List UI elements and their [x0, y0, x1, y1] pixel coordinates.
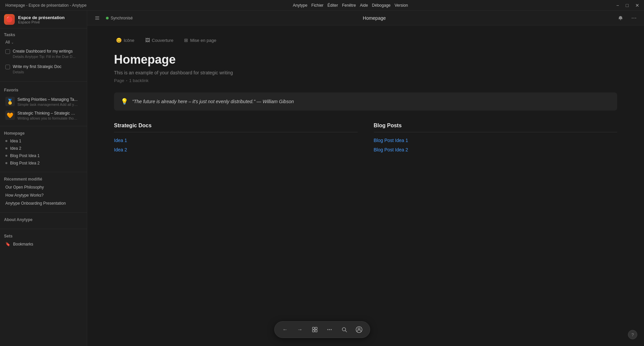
fav-title-1: Setting Priorities – Managing Ta...	[17, 97, 78, 102]
tasks-filter[interactable]: All ⌄	[4, 40, 83, 45]
strategic-docs-title: Strategic Docs	[114, 123, 358, 132]
menu-fichier[interactable]: Fichier	[311, 3, 324, 8]
main-area: Synchronisé Homepage ⋯ 😊	[87, 11, 644, 346]
divider-2	[0, 126, 87, 126]
sidebar-item-blogpost2[interactable]: Blog Post Idea 2	[4, 160, 83, 166]
fav-detail-2: Writing allows you to formulate thou...	[17, 116, 78, 120]
bookmarks-label: Bookmarks	[13, 242, 33, 247]
menu-fenetre[interactable]: Fenêtre	[342, 3, 356, 8]
bookmarks-icon: 🔖	[5, 242, 10, 247]
task-item-2[interactable]: Write my first Strategic Doc Details	[4, 63, 83, 76]
workspace-icon: 🔴	[4, 14, 15, 25]
sync-label: Synchronisé	[111, 16, 133, 20]
page-subtitle: This is an example of your dashboard for…	[114, 70, 617, 75]
toolbar-more-button[interactable]: ⋯	[629, 13, 639, 23]
svg-rect-4	[315, 327, 317, 329]
nav-back-button[interactable]: ←	[279, 324, 291, 336]
svg-point-13	[358, 328, 360, 330]
quote-block: 💡 "The future is already here – it's jus…	[114, 92, 617, 111]
blog-posts-item-1[interactable]: Blog Post Idea 1	[374, 136, 618, 145]
emoji-icon: 😊	[116, 38, 122, 43]
svg-rect-1	[95, 18, 99, 18]
help-button[interactable]: ?	[628, 330, 637, 339]
sets-section: Sets 🔖 Bookmarks	[0, 231, 87, 251]
minimize-button[interactable]: −	[614, 2, 621, 8]
divider-1	[0, 81, 87, 82]
toolbar-bell-button[interactable]	[616, 13, 625, 23]
meta-backlink[interactable]: 1 backlink	[129, 78, 149, 83]
task-content-2: Write my first Strategic Doc Details	[13, 64, 81, 75]
titlebar-title: Homepage - Espce de présentation - Anyty…	[5, 3, 86, 8]
menu-button[interactable]	[324, 324, 336, 336]
close-button[interactable]: ✕	[633, 2, 641, 8]
recently-modified-section: Récemment modifié Our Open Philosophy Ho…	[0, 174, 87, 210]
about-section: About Anytype	[0, 215, 87, 227]
menu-debogage[interactable]: Débogage	[372, 3, 391, 8]
layout-icon: ⊞	[184, 38, 188, 43]
menu-version[interactable]: Version	[395, 3, 408, 8]
restore-button[interactable]: □	[624, 2, 631, 8]
svg-rect-3	[312, 327, 314, 329]
page-meta: Page • 1 backlink	[114, 78, 617, 83]
svg-rect-6	[315, 330, 317, 332]
recent-item-1[interactable]: Our Open Philosophy	[4, 184, 83, 191]
workspace-info: Espce de présentation Espace Privé	[18, 15, 83, 24]
tasks-title: Tasks	[4, 32, 83, 37]
meta-page-label: Page	[114, 78, 124, 83]
profile-button[interactable]	[353, 324, 365, 336]
task-content-1: Create Dashboard for my writings Details…	[13, 49, 81, 59]
menu-anytype[interactable]: Anytype	[293, 3, 307, 8]
sidebar-item-blogpost1[interactable]: Blog Post Idea 1	[4, 152, 83, 159]
cover-icon: 🖼	[145, 38, 150, 43]
strategic-docs-column: Strategic Docs Idea 1 Idea 2	[114, 123, 358, 154]
recent-item-2[interactable]: How Anytype Works?	[4, 192, 83, 199]
fav-emoji-1: 🥇	[5, 97, 15, 106]
strategic-docs-item-1[interactable]: Idea 1	[114, 136, 358, 145]
sets-item-bookmarks[interactable]: 🔖 Bookmarks	[4, 240, 83, 248]
task-item-1[interactable]: Create Dashboard for my writings Details…	[4, 47, 83, 61]
menu-editer[interactable]: Éditer	[328, 3, 338, 8]
svg-rect-0	[95, 16, 99, 17]
sidebar-toggle-button[interactable]	[93, 13, 102, 23]
divider-5	[0, 229, 87, 229]
help-icon: ?	[631, 332, 634, 337]
svg-rect-5	[312, 330, 314, 332]
toolbar-left: Synchronisé	[93, 13, 133, 23]
fav-detail-1: Simple task management Add all you...	[17, 102, 78, 107]
svg-rect-2	[95, 19, 99, 20]
workspace-name: Espce de présentation	[18, 15, 83, 20]
nav-forward-button[interactable]: →	[294, 324, 306, 336]
toolbar-page-title: Homepage	[363, 15, 386, 21]
icon-button[interactable]: 😊 Icône	[114, 36, 136, 44]
layout-button[interactable]: ⊞ Mise en page	[182, 36, 218, 44]
favoris-title: Favoris	[4, 88, 83, 92]
about-title[interactable]: About Anytype	[4, 217, 83, 222]
strategic-docs-item-2[interactable]: Idea 2	[114, 145, 358, 154]
bullet-icon-4	[5, 162, 7, 164]
divider-3	[0, 172, 87, 172]
titlebar-controls: − □ ✕	[614, 2, 641, 8]
task-checkbox-1[interactable]	[5, 49, 10, 54]
add-block-button[interactable]	[309, 324, 321, 336]
task-title-2: Write my first Strategic Doc	[13, 64, 81, 70]
sync-indicator: Synchronisé	[106, 16, 133, 20]
content-area: 😊 Icône 🖼 Couverture ⊞ Mise en page Home…	[87, 25, 644, 346]
blog-posts-item-2[interactable]: Blog Post Idea 2	[374, 145, 618, 154]
fav-content-1: Setting Priorities – Managing Ta... Simp…	[17, 97, 81, 107]
sidebar-item-idea2[interactable]: Idea 2	[4, 145, 83, 152]
workspace-header[interactable]: 🔴 Espce de présentation Espace Privé	[0, 11, 87, 28]
fav-item-2[interactable]: 🧡 Strategic Thinking – Strategic W... Wr…	[4, 109, 83, 122]
task-detail-1: Details Anytype Tip: Fill in the Due D..…	[13, 54, 76, 59]
homepage-nav-title: Homepage	[4, 131, 83, 136]
menu-aide[interactable]: Aide	[360, 3, 368, 8]
search-button[interactable]	[338, 324, 350, 336]
icon-label: Icône	[124, 38, 134, 43]
task-checkbox-2[interactable]	[5, 65, 10, 69]
sidebar-item-idea1[interactable]: Idea 1	[4, 138, 83, 144]
fav-item-1[interactable]: 🥇 Setting Priorities – Managing Ta... Si…	[4, 95, 83, 108]
app-container: 🔴 Espce de présentation Espace Privé Tas…	[0, 11, 644, 346]
recent-item-3[interactable]: Anytype Onboarding Presentation	[4, 200, 83, 207]
titlebar-menu: Anytype Fichier Éditer Fenêtre Aide Débo…	[293, 3, 408, 8]
fav-content-2: Strategic Thinking – Strategic W... Writ…	[17, 111, 81, 120]
cover-button[interactable]: 🖼 Couverture	[143, 36, 175, 44]
